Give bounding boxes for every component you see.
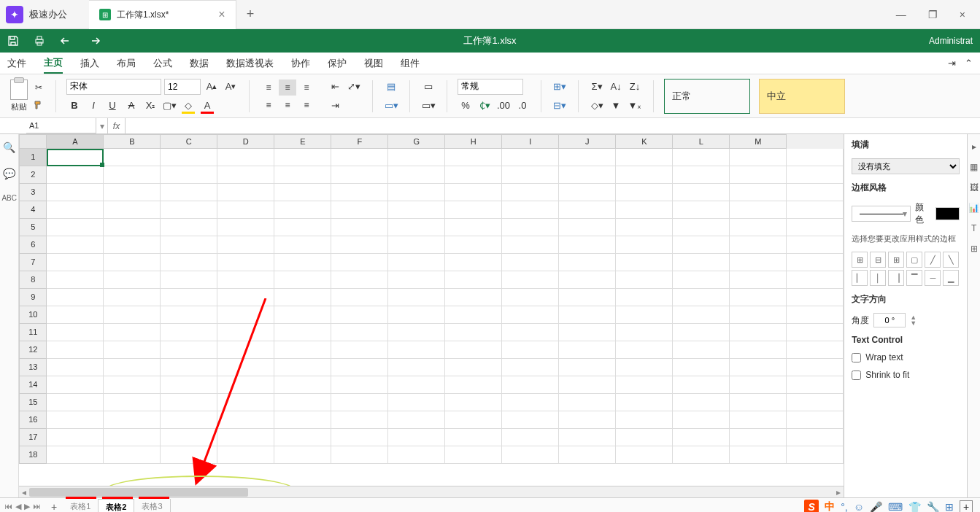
cell[interactable] <box>388 324 445 341</box>
cell[interactable] <box>331 359 388 376</box>
cell[interactable] <box>388 376 445 394</box>
row-header-3[interactable]: 3 <box>19 184 47 201</box>
underline-button[interactable]: U <box>104 98 120 114</box>
cell[interactable] <box>274 394 331 411</box>
cell[interactable] <box>331 306 388 324</box>
cell[interactable] <box>730 219 787 236</box>
cell[interactable] <box>274 306 331 324</box>
cell[interactable] <box>104 254 161 271</box>
cell[interactable] <box>274 149 331 166</box>
print-icon[interactable] <box>34 35 45 47</box>
cell[interactable] <box>616 271 673 289</box>
orientation-icon[interactable]: ⤢▾ <box>346 79 362 95</box>
clear-filter-icon[interactable]: ▼ₓ <box>627 98 643 114</box>
cell[interactable] <box>47 411 104 429</box>
paste-button[interactable]: 粘贴 <box>10 79 28 112</box>
number-format-select[interactable] <box>458 79 523 95</box>
scrollbar-thumb[interactable] <box>29 488 248 497</box>
border-all-icon[interactable]: ⊞ <box>852 252 868 268</box>
col-header-E[interactable]: E <box>274 134 331 149</box>
cell[interactable] <box>274 166 331 184</box>
cell[interactable] <box>331 394 388 411</box>
delete-cells-icon[interactable]: ⊟▾ <box>552 98 568 114</box>
pivot-panel-icon[interactable]: ⊞ <box>971 244 978 254</box>
cell[interactable] <box>104 376 161 394</box>
cell[interactable] <box>331 324 388 341</box>
cell[interactable] <box>104 341 161 359</box>
cell[interactable] <box>673 236 730 254</box>
cell[interactable] <box>787 271 844 289</box>
name-box[interactable]: A1 <box>26 118 96 133</box>
cell[interactable] <box>502 306 559 324</box>
cell[interactable] <box>787 149 844 166</box>
cut-icon[interactable]: ✂ <box>32 81 45 94</box>
cell[interactable] <box>673 429 730 446</box>
cell[interactable] <box>445 376 502 394</box>
cell[interactable] <box>388 394 445 411</box>
cell[interactable] <box>616 446 673 464</box>
cell-grid[interactable] <box>47 149 844 486</box>
cell[interactable] <box>104 429 161 446</box>
ime-keyboard-icon[interactable]: ⌨ <box>888 501 903 513</box>
cell[interactable] <box>787 341 844 359</box>
row-header-6[interactable]: 6 <box>19 236 47 254</box>
cell[interactable] <box>331 149 388 166</box>
cell[interactable] <box>47 359 104 376</box>
cell[interactable] <box>502 359 559 376</box>
cell[interactable] <box>445 324 502 341</box>
file-tab[interactable]: ⊞ 工作簿1.xlsx* × <box>89 0 236 29</box>
cell[interactable] <box>730 411 787 429</box>
subscript-button[interactable]: X₂ <box>142 98 158 114</box>
ime-grid-icon[interactable]: ⊞ <box>945 501 954 513</box>
cell[interactable] <box>104 446 161 464</box>
cell[interactable] <box>274 376 331 394</box>
cell[interactable] <box>559 429 616 446</box>
export-icon[interactable]: ⇥ <box>948 55 956 71</box>
cell[interactable] <box>502 166 559 184</box>
cell[interactable] <box>47 166 104 184</box>
cell[interactable] <box>388 184 445 201</box>
cell[interactable] <box>104 149 161 166</box>
cell[interactable] <box>47 219 104 236</box>
cell[interactable] <box>502 394 559 411</box>
row-header-9[interactable]: 9 <box>19 289 47 306</box>
cell[interactable] <box>787 289 844 306</box>
cell[interactable] <box>47 376 104 394</box>
ime-tool-icon[interactable]: 🔧 <box>927 501 939 513</box>
font-color-button[interactable]: A <box>199 98 215 114</box>
cell[interactable] <box>388 166 445 184</box>
cell[interactable] <box>502 341 559 359</box>
cell[interactable] <box>616 166 673 184</box>
cell[interactable] <box>217 201 274 219</box>
save-icon[interactable] <box>7 35 19 47</box>
cell[interactable] <box>161 411 217 429</box>
redo-icon[interactable] <box>88 36 101 46</box>
cell[interactable] <box>730 359 787 376</box>
row-header-4[interactable]: 4 <box>19 201 47 219</box>
cell[interactable] <box>47 446 104 464</box>
italic-button[interactable]: I <box>85 98 101 114</box>
cell[interactable] <box>730 446 787 464</box>
cell[interactable] <box>388 429 445 446</box>
sheet-tab-3[interactable]: 表格3 <box>134 499 170 513</box>
cell[interactable] <box>217 271 274 289</box>
new-tab-button[interactable]: + <box>236 7 265 22</box>
row-header-13[interactable]: 13 <box>19 359 47 376</box>
cell[interactable] <box>274 236 331 254</box>
fill-color-button[interactable]: ◇ <box>180 98 196 114</box>
cell[interactable] <box>274 254 331 271</box>
cell[interactable] <box>559 166 616 184</box>
cell[interactable] <box>104 359 161 376</box>
col-header-B[interactable]: B <box>104 134 161 149</box>
sheet-tab-2[interactable]: 表格2 <box>99 499 134 513</box>
border-bottom-icon[interactable]: ▁ <box>943 270 959 286</box>
col-header-G[interactable]: G <box>388 134 445 149</box>
cell[interactable] <box>787 394 844 411</box>
menu-view[interactable]: 视图 <box>364 54 383 73</box>
cell[interactable] <box>161 201 217 219</box>
row-header-18[interactable]: 18 <box>19 446 47 464</box>
row-header-17[interactable]: 17 <box>19 429 47 446</box>
cell[interactable] <box>47 394 104 411</box>
cell[interactable] <box>616 411 673 429</box>
cell[interactable] <box>445 184 502 201</box>
